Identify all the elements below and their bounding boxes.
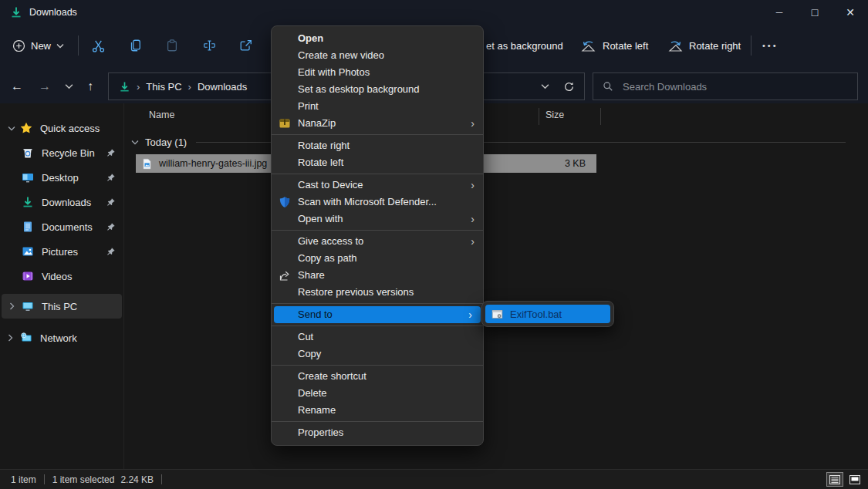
back-button[interactable]: ←: [7, 74, 27, 99]
rotate-left-button[interactable]: Rotate left: [580, 35, 648, 56]
sidebar-item-desktop[interactable]: Desktop: [0, 165, 123, 190]
sidebar-item-network[interactable]: Network: [0, 325, 123, 350]
context-menu-item-send-to[interactable]: Send to ›: [274, 306, 481, 323]
context-menu-item-open[interactable]: Open: [272, 30, 483, 47]
rotate-right-icon: [667, 39, 684, 52]
context-menu-item-cast-to-device[interactable]: Cast to Device ›: [272, 177, 483, 194]
context-menu-item-open-with[interactable]: Open with ›: [272, 211, 483, 228]
paste-button[interactable]: [164, 38, 181, 53]
selection-count: 1 item selected: [52, 474, 115, 485]
breadcrumb-separator-icon: ›: [137, 81, 140, 93]
context-menu-item-nanazip[interactable]: NanaZip ›: [272, 115, 483, 132]
large-icons-view-button[interactable]: [846, 472, 863, 487]
context-menu-item-create-a-new-video[interactable]: Create a new video: [272, 47, 483, 64]
maximize-button[interactable]: □: [797, 0, 833, 25]
chevron-right-icon: [8, 334, 15, 342]
recycle-bin-icon: [22, 147, 34, 159]
sidebar-item-videos[interactable]: Videos: [0, 264, 123, 288]
recent-locations-button[interactable]: [59, 74, 79, 99]
context-menu: Open Create a new video Edit with Photos…: [271, 25, 484, 446]
breadcrumb-downloads[interactable]: Downloads: [198, 81, 247, 93]
bat-file-icon: [491, 309, 503, 320]
up-button[interactable]: ↑: [80, 74, 100, 99]
downloads-folder-icon: [22, 196, 34, 208]
context-menu-item-give-access-to[interactable]: Give access to ›: [272, 233, 483, 250]
sidebar-item-documents[interactable]: Documents: [0, 214, 123, 239]
details-view-button[interactable]: [826, 472, 843, 487]
rename-icon: [202, 39, 217, 52]
refresh-button[interactable]: [563, 81, 575, 93]
arrow-up-icon: ↑: [87, 79, 93, 93]
menu-separator: [272, 134, 483, 135]
sidebar-item-downloads[interactable]: Downloads: [0, 190, 123, 214]
context-menu-item-cut[interactable]: Cut: [272, 329, 483, 346]
menu-separator: [272, 325, 483, 326]
submenu-item-exiftool-bat[interactable]: ExifTool.bat: [485, 305, 610, 323]
rotate-left-icon: [580, 39, 597, 52]
context-menu-item-delete[interactable]: Delete: [272, 385, 483, 402]
column-header-name[interactable]: Name: [149, 110, 174, 120]
context-menu-item-set-as-desktop-background[interactable]: Set as desktop background: [272, 81, 483, 98]
context-menu-item-scan-with-microsoft-defender[interactable]: Scan with Microsoft Defender...: [272, 194, 483, 211]
context-menu-item-properties[interactable]: Properties: [272, 424, 483, 441]
title-bar: Downloads ─ □ ✕: [0, 0, 868, 25]
copy-icon: [128, 39, 142, 52]
context-menu-item-create-shortcut[interactable]: Create shortcut: [272, 368, 483, 385]
large-icons-view-icon: [849, 475, 860, 484]
breadcrumb-this-pc[interactable]: This PC: [146, 81, 181, 93]
menu-separator: [272, 421, 483, 422]
rotate-right-button[interactable]: Rotate right: [667, 35, 741, 56]
cut-button[interactable]: [90, 38, 106, 53]
status-divider: [44, 474, 45, 484]
context-menu-item-rotate-right[interactable]: Rotate right: [272, 137, 483, 154]
send-to-submenu: ExifTool.bat: [481, 301, 614, 327]
nanazip-icon: [279, 117, 291, 130]
group-header-today[interactable]: Today (1): [124, 133, 856, 151]
address-dropdown-button[interactable]: [541, 83, 549, 89]
column-divider[interactable]: [600, 108, 601, 125]
share-icon: [239, 39, 253, 52]
pin-icon: [106, 197, 116, 207]
context-menu-item-rename[interactable]: Rename: [272, 402, 483, 419]
context-menu-item-edit-with-photos[interactable]: Edit with Photos: [272, 64, 483, 81]
window-controls: ─ □ ✕: [762, 0, 868, 25]
search-input[interactable]: [621, 80, 825, 93]
chevron-down-icon: [131, 140, 139, 145]
column-divider[interactable]: [539, 108, 539, 125]
chevron-down-icon: [65, 83, 73, 89]
context-menu-item-share[interactable]: Share: [272, 267, 483, 284]
window-title: Downloads: [29, 7, 77, 18]
close-button[interactable]: ✕: [833, 0, 868, 25]
minimize-icon: ─: [776, 7, 783, 18]
menu-separator: [272, 365, 483, 366]
rename-button[interactable]: [201, 38, 218, 53]
image-file-icon: [141, 158, 153, 170]
new-button[interactable]: New: [12, 35, 64, 56]
copy-button[interactable]: [127, 38, 144, 53]
share-button[interactable]: [238, 38, 255, 53]
column-header-size[interactable]: Size: [545, 110, 564, 120]
minimize-button[interactable]: ─: [762, 0, 797, 25]
chevron-right-icon: ›: [471, 115, 475, 132]
more-options-button[interactable]: •••: [762, 35, 778, 56]
context-menu-item-restore-previous-versions[interactable]: Restore previous versions: [272, 284, 483, 301]
chevron-right-icon: ›: [468, 306, 472, 323]
menu-separator: [272, 303, 483, 304]
context-menu-item-rotate-left[interactable]: Rotate left: [272, 154, 483, 171]
sidebar-item-pictures[interactable]: Pictures: [0, 239, 123, 264]
sidebar-item-recycle-bin[interactable]: Recycle Bin: [0, 140, 123, 165]
sidebar-item-quick-access[interactable]: Quick access: [0, 116, 123, 140]
set-as-background-button[interactable]: et as background: [486, 35, 563, 56]
context-menu-item-print[interactable]: Print: [272, 98, 483, 115]
scissors-icon: [91, 39, 106, 53]
forward-button[interactable]: →: [35, 74, 55, 99]
search-box[interactable]: [593, 73, 858, 100]
context-menu-item-copy[interactable]: Copy: [272, 346, 483, 363]
downloads-folder-icon: [10, 6, 22, 19]
file-explorer-window: { "window": { "title": "Downloads" }, "t…: [0, 0, 868, 489]
pin-icon: [106, 247, 116, 257]
status-bar: 1 item 1 item selected 2.24 KB: [0, 469, 868, 489]
menu-separator: [272, 174, 483, 174]
context-menu-item-copy-as-path[interactable]: Copy as path: [272, 250, 483, 267]
sidebar-item-this-pc[interactable]: This PC: [2, 294, 122, 319]
